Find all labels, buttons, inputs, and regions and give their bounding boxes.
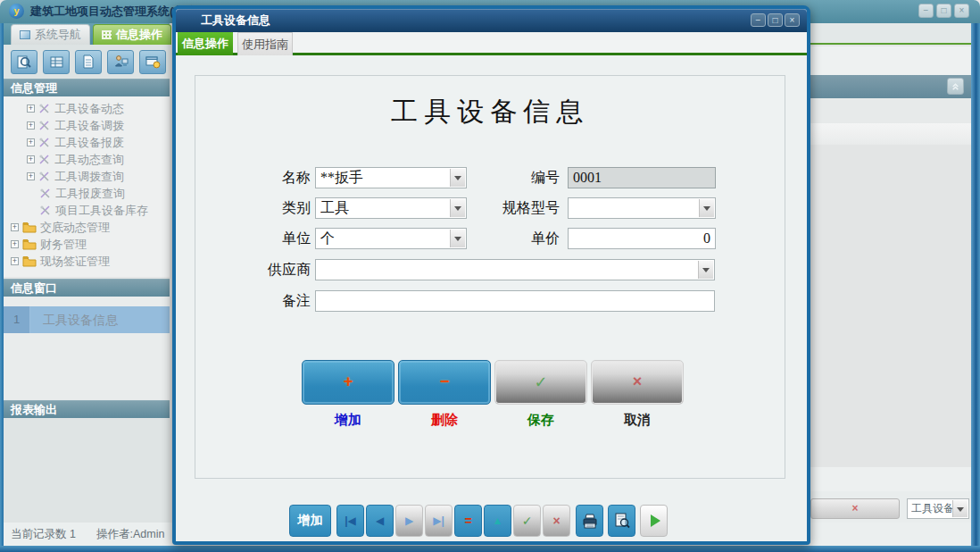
supplier-combo[interactable] [315,259,715,280]
tool-icon [39,188,52,199]
unit-combo[interactable]: 个 [315,228,467,249]
nav-prev-button[interactable]: ◀ [366,505,394,537]
dialog-close-icon[interactable]: × [785,13,800,27]
expander-plus-icon[interactable]: + [27,121,35,130]
minimize-icon[interactable]: − [918,4,934,18]
nav-next-button[interactable]: ▶ [395,505,423,537]
window-selector-combo[interactable]: 工具设备信息 [907,498,969,519]
plus-icon: + [303,372,394,391]
tree-item-label: 交底动态管理 [40,220,110,236]
tab-label: 信息操作 [116,27,162,43]
combo-value: 个 [320,230,448,247]
list-item-tool-equipment-info[interactable]: 1 工具设备信息 [4,306,170,333]
remark-field[interactable] [315,290,715,312]
right-toolbar-area [809,46,971,75]
expander-plus-icon[interactable]: + [27,155,35,163]
window-border-right [971,23,980,546]
save-button[interactable]: ✓ [494,360,587,405]
nav-last-button[interactable]: ▶| [425,505,453,537]
close-icon[interactable]: × [954,4,969,18]
system-navigation-icon [20,30,30,39]
report-output-area [4,418,170,523]
dialog-tab-user-guide[interactable]: 使用指南 [237,32,293,55]
tree-item-project-tool-inventory[interactable]: 项目工具设备库存 [4,202,170,219]
print-preview-button[interactable] [608,505,635,537]
add-button[interactable]: + [302,360,394,405]
window-globe-button[interactable] [139,50,166,74]
run-button[interactable] [640,505,668,537]
nav-first-button[interactable]: |◀ [336,505,364,537]
user-button[interactable] [107,50,134,74]
window-globe-icon [145,55,161,69]
play-icon [651,514,660,527]
prev-record-icon: ◀ [376,514,384,527]
cancel-button[interactable]: × [591,360,684,405]
table-view-button[interactable] [43,50,70,74]
unit-label: 单位 [213,228,311,249]
operator-label: 操作者:Admin [96,523,164,546]
search-document-button[interactable] [11,50,37,74]
dialog-titlebar[interactable]: 工具设备信息 − □ × [176,9,807,32]
tree-folder-disclosure-management[interactable]: + 交底动态管理 [4,219,170,236]
collapse-panel-button[interactable] [947,78,964,95]
expander-plus-icon[interactable]: + [11,240,19,248]
chevron-down-icon[interactable] [450,199,465,217]
dialog-minimize-icon[interactable]: − [751,13,766,27]
right-lower-strip [809,467,971,491]
nav-insert-button[interactable]: ▲ [484,505,511,537]
price-field[interactable] [568,228,716,249]
folder-icon [22,222,37,233]
tree-item-tool-equipment-status[interactable]: + 工具设备动态 [4,100,170,117]
tree-item-tool-equipment-scrap[interactable]: + 工具设备报废 [4,134,170,151]
delete-button[interactable]: − [398,360,491,405]
navigation-tree: + 工具设备动态 + 工具设备调拨 + 工具设备报废 + 工具动态查询 + 工具… [4,96,170,277]
post-record-icon: ✓ [522,514,533,528]
list-item-label: 工具设备信息 [30,306,170,333]
restore-icon[interactable]: □ [936,4,951,18]
nav-cancel-button[interactable]: × [543,505,570,537]
expander-plus-icon[interactable]: + [27,172,35,180]
dialog-tab-information-operation[interactable]: 信息操作 [178,32,233,55]
tab-information-operation[interactable]: 信息操作 [93,24,171,45]
delete-button-caption: 删除 [398,412,491,429]
nav-delete-button[interactable]: = [454,505,482,537]
tool-icon [38,103,51,114]
expander-plus-icon[interactable]: + [27,105,35,113]
tree-folder-site-visa-management[interactable]: + 现场签证管理 [4,253,170,270]
expander-plus-icon[interactable]: + [27,138,35,146]
right-panel-header [809,75,971,98]
expander-plus-icon[interactable]: + [11,257,19,265]
background-close-button[interactable]: × [810,498,900,519]
tool-icon [38,137,51,148]
expander-plus-icon[interactable]: + [11,223,19,231]
tree-folder-finance-management[interactable]: + 财务管理 [4,236,170,253]
tree-item-tool-transfer-query[interactable]: + 工具调拨查询 [4,168,170,185]
cancel-button-caption: 取消 [591,412,684,429]
spec-combo[interactable] [568,197,716,219]
tab-system-navigation[interactable]: 系统导航 [11,24,90,45]
chevron-down-icon[interactable] [450,230,465,247]
document-button[interactable] [75,50,102,74]
nav-confirm-button[interactable]: ✓ [513,505,541,537]
navigator-add-button[interactable]: 增加 [289,505,331,537]
tree-item-tool-status-query[interactable]: + 工具动态查询 [4,151,170,168]
right-subheader [809,98,971,123]
name-combo[interactable]: **扳手 [315,167,467,188]
print-button[interactable] [576,505,603,537]
dialog-restore-icon[interactable]: □ [768,13,783,27]
chevron-down-icon[interactable] [952,500,968,517]
tree-item-tool-scrap-query[interactable]: 工具报废查询 [4,185,170,202]
printer-icon [581,513,599,530]
tree-item-label: 工具设备调拨 [54,118,124,134]
chevron-down-icon[interactable] [699,199,714,217]
tree-item-tool-equipment-transfer[interactable]: + 工具设备调拨 [4,117,170,134]
section-header-info-management: 信息管理 [4,79,170,96]
search-icon [16,54,32,70]
chevron-down-icon[interactable] [698,261,713,279]
tab-label: 系统导航 [35,27,81,43]
combo-value: 工具 [320,199,448,217]
category-combo[interactable]: 工具 [315,197,467,219]
main-window-controls: − □ × [918,4,969,18]
number-label: 编号 [483,167,560,188]
chevron-down-icon[interactable] [450,169,465,187]
